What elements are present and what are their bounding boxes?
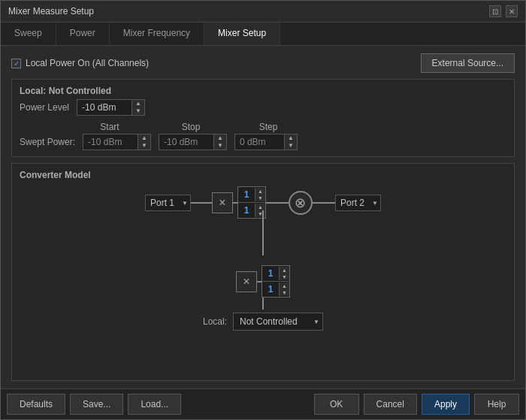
ratio-row-top-1: ▲ ▼: [238, 187, 265, 203]
ratio-bottom-2-input[interactable]: [262, 284, 279, 295]
step-spin-buttons: ▲ ▼: [284, 134, 297, 150]
local-select-wrap: Not Controlled: [233, 313, 323, 331]
top-row: ✓ Local Power On (All Channels) External…: [11, 53, 515, 73]
vert-line-local: [262, 298, 264, 310]
multiplier-box-2: ×: [236, 271, 257, 292]
save-button[interactable]: Save...: [70, 394, 123, 415]
start-down[interactable]: ▼: [138, 142, 150, 150]
swept-power-row: Swept Power: ▲ ▼ ▲ ▼: [20, 134, 506, 150]
ratio-top-2-input[interactable]: [262, 268, 279, 279]
local-control-row: Local: Not Controlled: [203, 313, 323, 331]
port1-select-wrap: Port 1: [145, 195, 191, 211]
converter-diagram: Port 1 × ▲: [20, 186, 506, 344]
bottom-bar: Defaults Save... Load... OK Cancel Apply…: [1, 388, 525, 419]
line-ratio-circle: [266, 202, 289, 204]
ratio-top-1-input[interactable]: [238, 189, 255, 200]
ok-button[interactable]: OK: [314, 394, 359, 415]
title-buttons: ⊡ ✕: [489, 5, 518, 17]
ratio-top-2-spin: ▲ ▼: [279, 267, 289, 280]
start-spinbox: ▲ ▼: [83, 134, 151, 150]
tab-mixer-setup[interactable]: Mixer Setup: [204, 23, 280, 45]
converter-title: Converter Model: [20, 170, 506, 180]
step-spinbox: ▲ ▼: [234, 134, 298, 150]
ratio-bottom-1-input[interactable]: [238, 205, 255, 216]
step-up[interactable]: ▲: [285, 134, 297, 142]
local-select[interactable]: Not Controlled: [233, 313, 323, 331]
screenshot-button[interactable]: ⊡: [489, 5, 501, 17]
line-port1-mult: [191, 202, 212, 204]
title-bar: Mixer Measure Setup ⊡ ✕: [1, 1, 525, 23]
local-power-label: Local Power On (All Channels): [26, 58, 149, 68]
power-level-spin-buttons: ▲ ▼: [132, 100, 144, 115]
stop-down[interactable]: ▼: [214, 142, 226, 150]
external-source-button[interactable]: External Source...: [421, 53, 515, 73]
ratio-bottom-2-down[interactable]: ▼: [280, 289, 289, 296]
step-input[interactable]: [235, 134, 284, 150]
ratio-top-1-up[interactable]: ▲: [255, 188, 265, 195]
ratio-bottom-2-spin: ▲ ▼: [279, 283, 289, 296]
port2-select-wrap: Port 2: [335, 195, 381, 211]
local-section-title: Local: Not Controlled: [20, 86, 506, 96]
mixer-circle: ⊗: [289, 191, 313, 215]
local-label: Local:: [203, 316, 227, 327]
step-header: Step: [238, 122, 298, 132]
ratio-bottom-1-down[interactable]: ▼: [255, 210, 265, 217]
ratio-top-1-down[interactable]: ▼: [255, 195, 265, 201]
power-level-input[interactable]: [77, 100, 132, 115]
vert-line-mixer: [262, 210, 264, 255]
start-spin-buttons: ▲ ▼: [138, 134, 150, 150]
port1-select[interactable]: Port 1: [145, 195, 191, 211]
tab-bar: Sweep Power Mixer Frequency Mixer Setup: [1, 23, 525, 46]
stop-spinbox: ▲ ▼: [159, 134, 227, 150]
defaults-button[interactable]: Defaults: [7, 394, 65, 415]
ratio-box-2: ▲ ▼ ▲ ▼: [261, 265, 290, 298]
line-circle-port2: [313, 202, 335, 204]
cancel-button[interactable]: Cancel: [364, 394, 417, 415]
stop-input[interactable]: [159, 134, 213, 150]
bottom-mixer-row: × ▲ ▼: [236, 265, 290, 298]
ratio-top-1-spin: ▲ ▼: [255, 188, 265, 201]
ratio-bottom-2-up[interactable]: ▲: [280, 283, 289, 289]
stop-header: Stop: [157, 122, 225, 132]
local-power-checkbox-label[interactable]: ✓ Local Power On (All Channels): [11, 58, 149, 68]
ratio-top-2-down[interactable]: ▼: [280, 273, 289, 280]
help-button[interactable]: Help: [474, 394, 519, 415]
power-level-up[interactable]: ▲: [132, 100, 144, 107]
power-level-spinbox: ▲ ▼: [77, 99, 145, 116]
ratio-row-bottom-2: ▲ ▼: [262, 282, 289, 297]
tab-mixer-frequency[interactable]: Mixer Frequency: [110, 23, 204, 45]
ratio-row-top-2: ▲ ▼: [262, 266, 289, 282]
ratio-row-bottom-1: ▲ ▼: [238, 203, 265, 218]
start-up[interactable]: ▲: [138, 134, 150, 142]
stop-spin-buttons: ▲ ▼: [213, 134, 226, 150]
main-content: ✓ Local Power On (All Channels) External…: [1, 46, 525, 388]
start-input[interactable]: [83, 134, 138, 150]
ratio-top-2-up[interactable]: ▲: [280, 267, 289, 273]
port2-select[interactable]: Port 2: [335, 195, 381, 211]
stop-up[interactable]: ▲: [214, 134, 226, 142]
step-down[interactable]: ▼: [285, 142, 297, 150]
main-window: Mixer Measure Setup ⊡ ✕ Sweep Power Mixe…: [0, 0, 526, 420]
bottom-local-section: × ▲ ▼: [203, 265, 323, 331]
apply-button[interactable]: Apply: [422, 394, 470, 415]
swept-power-label: Swept Power:: [20, 137, 75, 147]
close-button[interactable]: ✕: [506, 5, 518, 17]
power-level-down[interactable]: ▼: [132, 107, 144, 115]
power-level-row: Power Level ▲ ▼: [20, 99, 506, 116]
start-header: Start: [76, 122, 144, 132]
converter-section: Converter Model Port 1 ×: [11, 163, 515, 381]
power-section: Local: Not Controlled Power Level ▲ ▼ St…: [11, 79, 515, 157]
ratio-bottom-1-up[interactable]: ▲: [255, 204, 265, 210]
tab-power[interactable]: Power: [56, 23, 110, 45]
power-level-label: Power Level: [20, 102, 69, 113]
tab-sweep[interactable]: Sweep: [1, 23, 56, 45]
multiplier-box-1: ×: [212, 192, 233, 213]
window-title: Mixer Measure Setup: [8, 6, 94, 17]
load-button[interactable]: Load...: [128, 394, 181, 415]
local-power-checkbox[interactable]: ✓: [11, 59, 21, 68]
